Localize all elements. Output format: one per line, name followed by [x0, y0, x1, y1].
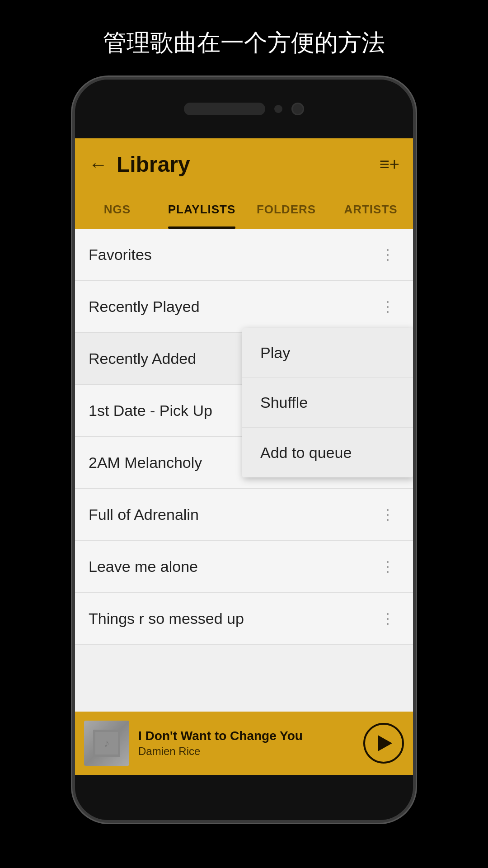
- list-item[interactable]: Recently Played ⋮: [75, 281, 413, 333]
- more-options-icon[interactable]: ⋮: [376, 241, 399, 268]
- more-options-icon[interactable]: ⋮: [376, 605, 399, 632]
- add-playlist-button[interactable]: ≡+: [380, 155, 399, 174]
- phone-frame: ← Library ≡+ NGS PLAYLISTS FOLDERS ARTIS…: [72, 77, 416, 823]
- context-play-button[interactable]: Play: [242, 328, 413, 378]
- context-add-to-queue-button[interactable]: Add to queue: [242, 428, 413, 477]
- music-note-icon: ♪: [93, 730, 120, 757]
- now-playing-bar[interactable]: ♪ I Don't Want to Change You Damien Rice: [75, 712, 413, 775]
- phone-screen: ← Library ≡+ NGS PLAYLISTS FOLDERS ARTIS…: [75, 138, 413, 775]
- speaker-grille: [184, 103, 265, 115]
- tab-artists[interactable]: ARTISTS: [328, 190, 413, 229]
- now-playing-title: I Don't Want to Change You: [138, 729, 363, 743]
- more-options-icon[interactable]: ⋮: [376, 501, 399, 528]
- tab-folders[interactable]: FOLDERS: [244, 190, 328, 229]
- more-options-icon[interactable]: ⋮: [376, 553, 399, 580]
- list-item[interactable]: Things r so messed up ⋮: [75, 593, 413, 645]
- list-item[interactable]: Full of Adrenalin ⋮: [75, 489, 413, 541]
- more-options-icon[interactable]: ⋮: [376, 293, 399, 320]
- list-item[interactable]: Favorites ⋮: [75, 229, 413, 281]
- album-art: ♪: [84, 721, 129, 766]
- now-playing-artist: Damien Rice: [138, 745, 363, 758]
- now-playing-info: I Don't Want to Change You Damien Rice: [138, 729, 363, 758]
- list-item[interactable]: Leave me alone ⋮: [75, 541, 413, 593]
- sensor: [274, 105, 282, 113]
- back-button[interactable]: ←: [89, 154, 108, 175]
- tab-playlists[interactable]: PLAYLISTS: [160, 190, 244, 229]
- top-bezel: [75, 80, 413, 138]
- svg-text:♪: ♪: [104, 737, 109, 749]
- bottom-bezel: [75, 775, 413, 820]
- tab-songs[interactable]: NGS: [75, 190, 160, 229]
- context-menu: Play Shuffle Add to queue: [242, 328, 413, 477]
- camera: [291, 103, 304, 115]
- tabs-bar: NGS PLAYLISTS FOLDERS ARTISTS: [75, 190, 413, 229]
- play-button[interactable]: [363, 723, 404, 764]
- page-bg-title: 管理歌曲在一个方便的方法: [0, 27, 488, 59]
- power-button: [413, 238, 416, 265]
- play-icon: [378, 735, 392, 751]
- playlist-list: Favorites ⋮ Recently Played ⋮ Recently A…: [75, 229, 413, 775]
- library-title: Library: [117, 152, 380, 177]
- app-header: ← Library ≡+: [75, 138, 413, 190]
- context-shuffle-button[interactable]: Shuffle: [242, 378, 413, 428]
- volume-button-right: [413, 283, 416, 328]
